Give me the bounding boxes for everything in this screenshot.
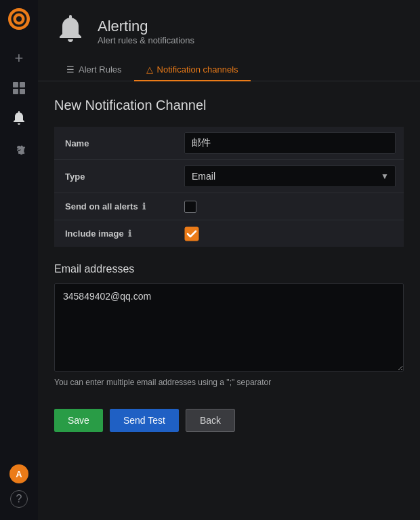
type-select[interactable]: Email Slack PagerDuty Webhook [184, 165, 396, 187]
form-section: Name Type Email Slack PagerDuty Webhook [54, 127, 404, 247]
send-all-checkbox[interactable] [184, 201, 196, 213]
email-addresses-textarea[interactable]: 345849402@qq.com [54, 283, 404, 372]
back-button[interactable]: Back [186, 409, 235, 432]
send-all-label: Send on all alerts ℹ [54, 193, 176, 220]
sidebar-item-alerting[interactable] [0, 104, 38, 132]
svg-rect-5 [13, 89, 18, 94]
sidebar-item-dashboard[interactable] [0, 75, 38, 102]
page-header-text: Alerting Alert rules & notifications [98, 18, 194, 45]
main-content: Alerting Alert rules & notifications ☰ A… [38, 0, 420, 520]
email-hint: You can enter multiple email addresses u… [54, 378, 404, 387]
form-heading: New Notification Channel [54, 98, 404, 113]
sidebar-item-settings[interactable] [0, 134, 38, 161]
save-button[interactable]: Save [54, 409, 103, 432]
user-avatar[interactable]: A [9, 464, 28, 483]
sidebar-bottom: A ? [9, 462, 28, 515]
page-header: Alerting Alert rules & notifications [38, 0, 420, 59]
svg-rect-3 [13, 82, 18, 87]
notification-channels-icon: △ [146, 64, 153, 75]
svg-point-2 [16, 16, 22, 22]
send-all-value [176, 193, 404, 220]
include-image-checkbox[interactable] [184, 226, 199, 241]
svg-rect-4 [20, 82, 25, 87]
form-row-name: Name [54, 127, 404, 160]
name-label: Name [54, 127, 176, 159]
page-content: New Notification Channel Name Type Email… [38, 81, 420, 462]
sidebar-item-help[interactable]: ? [10, 490, 28, 508]
tab-alert-rules[interactable]: ☰ Alert Rules [54, 59, 134, 81]
include-image-label: Include image ℹ [54, 220, 176, 247]
send-test-button[interactable]: Send Test [110, 409, 179, 432]
app-logo[interactable] [8, 8, 30, 30]
svg-rect-6 [20, 89, 25, 94]
page-subtitle: Alert rules & notifications [98, 35, 194, 45]
form-row-type: Type Email Slack PagerDuty Webhook ▼ [54, 160, 404, 193]
button-row: Save Send Test Back [54, 409, 404, 445]
tab-notification-channels[interactable]: △ Notification channels [134, 59, 251, 81]
email-section-heading: Email addresses [54, 263, 404, 275]
send-all-info-icon: ℹ [142, 201, 146, 212]
type-value: Email Slack PagerDuty Webhook ▼ [176, 160, 404, 193]
sidebar: + A ? [0, 0, 38, 520]
name-value [176, 127, 404, 159]
tab-bar: ☰ Alert Rules △ Notification channels [38, 59, 420, 81]
name-input[interactable] [184, 132, 396, 154]
tab-alert-rules-label: Alert Rules [79, 64, 122, 75]
form-row-include-image: Include image ℹ [54, 220, 404, 247]
page-title: Alerting [98, 18, 194, 35]
form-row-send-all: Send on all alerts ℹ [54, 193, 404, 220]
include-image-value [176, 220, 404, 247]
type-select-wrap: Email Slack PagerDuty Webhook ▼ [184, 165, 396, 187]
tab-notification-channels-label: Notification channels [157, 64, 238, 75]
type-label: Type [54, 160, 176, 193]
include-image-info-icon: ℹ [128, 228, 131, 239]
sidebar-item-add[interactable]: + [0, 45, 38, 72]
email-section: Email addresses 345849402@qq.com You can… [54, 263, 404, 387]
alerting-icon [54, 12, 87, 51]
alert-rules-icon: ☰ [66, 64, 75, 75]
